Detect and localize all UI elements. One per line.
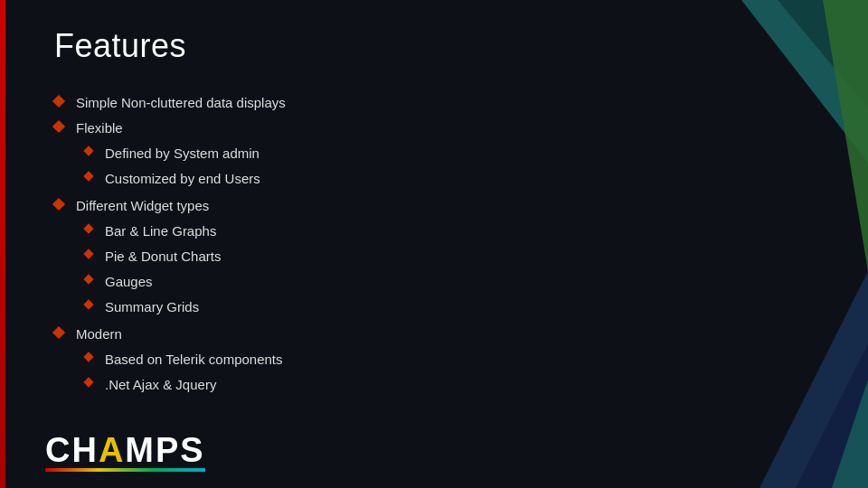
bullet-diamond-pie	[83, 249, 93, 258]
bullet-diamond-modern	[52, 326, 65, 339]
bullet-diamond-flexible	[52, 120, 65, 133]
list-item-netajax: .Net Ajax & Jquery	[54, 374, 814, 396]
list-item-telerik: Based on Telerik components	[54, 349, 814, 371]
logo-a: A	[99, 431, 125, 469]
list-item-modern: Modern	[54, 324, 814, 345]
list-item-pie: Pie & Donut Charts	[54, 246, 814, 267]
logo-area: CHAMPS	[45, 431, 205, 470]
customized-label: Customized by end Users	[105, 168, 260, 190]
features-list: Simple Non-cluttered data displays Flexi…	[54, 92, 814, 396]
telerik-label: Based on Telerik components	[105, 349, 283, 371]
bullet-diamond-netajax	[83, 377, 93, 387]
bullet-diamond-customized	[83, 171, 93, 181]
list-item-customized: Customized by end Users	[54, 168, 814, 190]
pie-label: Pie & Donut Charts	[105, 246, 221, 267]
summary-label: Summary Grids	[105, 296, 199, 318]
bullet-diamond-widget	[52, 198, 65, 211]
modern-children: Based on Telerik components .Net Ajax & …	[54, 349, 814, 396]
bar-line-label: Bar & Line Graphs	[105, 221, 216, 242]
bullet-diamond-telerik	[83, 352, 93, 361]
bullet-diamond-summary	[83, 299, 93, 309]
list-item-gauges: Gauges	[54, 271, 814, 293]
page-title: Features	[54, 27, 814, 65]
logo: CHAMPS	[45, 431, 205, 470]
defined-label: Defined by System admin	[105, 143, 259, 164]
gauges-label: Gauges	[105, 271, 153, 293]
list-item-simple: Simple Non-cluttered data displays	[54, 92, 814, 114]
list-item-defined: Defined by System admin	[54, 143, 814, 164]
list-item-bar-line: Bar & Line Graphs	[54, 221, 814, 242]
flexible-children: Defined by System admin Customized by en…	[54, 143, 814, 190]
bullet-diamond-defined	[83, 145, 93, 155]
simple-label: Simple Non-cluttered data displays	[76, 92, 286, 114]
widget-children: Bar & Line Graphs Pie & Donut Charts Gau…	[54, 221, 814, 318]
logo-stripe	[45, 468, 205, 472]
widget-types-label: Different Widget types	[76, 195, 209, 217]
bullet-diamond-bar	[83, 223, 93, 233]
bullet-diamond-gauges	[83, 274, 93, 284]
netajax-label: .Net Ajax & Jquery	[105, 374, 216, 396]
logo-mps: MPS	[125, 431, 204, 469]
list-item-widget-types: Different Widget types	[54, 195, 814, 217]
bullet-diamond-simple	[52, 95, 65, 108]
modern-label: Modern	[76, 324, 122, 345]
main-content: Features Simple Non-cluttered data displ…	[0, 0, 868, 419]
logo-ch: CH	[45, 431, 99, 469]
list-item-summary: Summary Grids	[54, 296, 814, 318]
list-item-flexible: Flexible	[54, 117, 814, 139]
flexible-label: Flexible	[76, 117, 123, 139]
